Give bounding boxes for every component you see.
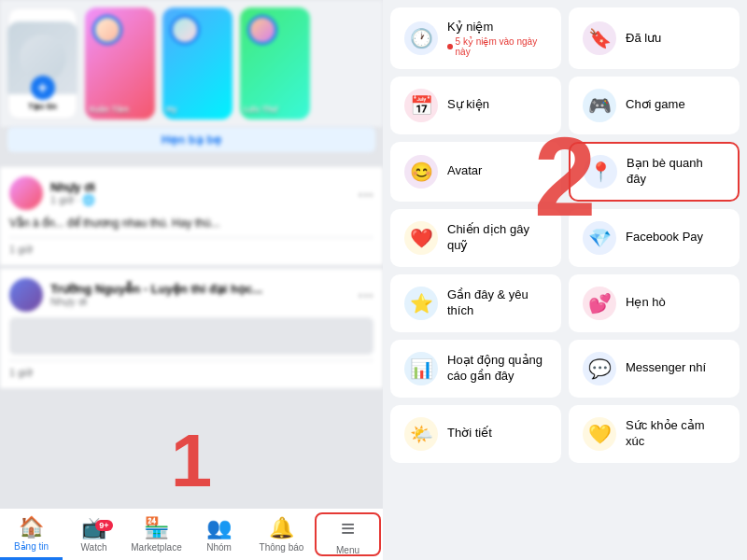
post-reactions-1: 1 giờ	[9, 237, 374, 256]
story-avatar-1	[92, 15, 122, 45]
menu-icon-choi-game: 🎮	[583, 89, 616, 122]
menu-icon-suc-khoe-cam-xuc: 💛	[583, 417, 616, 451]
plus-icon: +	[31, 76, 55, 100]
post-reactions-2: 1 giờ	[9, 360, 374, 379]
menu-label-gan-day-yeu-thich: Gần đây & yêu thích	[447, 287, 547, 319]
post-user-info-2: Trường Nguyễn - Luyện thi đại học... Nhự…	[50, 282, 350, 308]
menu-label-ky-niem: Kỷ niệm	[447, 20, 547, 35]
menu-icon-hen-ho: 💕	[583, 287, 616, 320]
nav-item-marketplace[interactable]: 🏪 Marketplace	[125, 509, 188, 560]
menu-label-hoat-dong-quang-cao: Hoạt động quảng cáo gần đây	[447, 353, 547, 385]
nav-label-nhom: Nhóm	[206, 542, 232, 553]
story-card-3[interactable]: Lưu Thư	[240, 7, 310, 119]
menu-item-ky-niem[interactable]: 🕐Kỷ niệm 5 kỷ niệm vào ngày này	[390, 7, 561, 69]
story-avatar-2	[170, 15, 200, 45]
story-card-1[interactable]: Xuân Tâm	[85, 7, 155, 119]
story-name-1: Xuân Tâm	[89, 105, 151, 114]
marketplace-icon: 🏪	[144, 516, 169, 540]
story-name-3: Lưu Thư	[244, 105, 306, 114]
menu-icon-messenger-nhi: 💬	[583, 352, 616, 385]
post-more-icon-2[interactable]: ···	[358, 284, 374, 305]
menu-label-suc-khoe-cam-xuc: Sức khỏe cảm xúc	[626, 418, 726, 450]
menu-icon-facebook-pay: 💎	[583, 221, 616, 255]
feed-post-2: Trường Nguyễn - Luyện thi đại học... Nhự…	[0, 269, 383, 388]
menu-item-gan-day-yeu-thich[interactable]: ⭐Gần đây & yêu thích	[390, 274, 561, 332]
nav-label-bang-tin: Bảng tin	[14, 541, 49, 552]
nav-item-bang-tin[interactable]: 🏠 Bảng tin	[0, 509, 63, 560]
menu-item-suc-khoe-cam-xuc[interactable]: 💛Sức khỏe cảm xúc	[569, 405, 740, 463]
watch-badge: 9+	[95, 520, 112, 531]
connect-button[interactable]: Hẹn bạ bẹ	[7, 127, 375, 152]
menu-label-facebook-pay: Facebook Pay	[626, 230, 703, 245]
create-story-card[interactable]: + Tạo tin	[7, 7, 78, 119]
menu-icon-gan-day-yeu-thich: ⭐	[404, 287, 438, 320]
watch-icon-wrapper: 📺 9+	[81, 516, 106, 540]
left-panel: + Tạo tin Xuân Tâm Hy Lưu Thư Hẹn bạ bẹ	[0, 0, 383, 560]
menu-label-chien-dich-gay-quy: Chiến dịch gây quỹ	[447, 222, 547, 254]
post-username-2: Trường Nguyễn - Luyện thi đại học...	[50, 282, 350, 296]
bell-icon: 🔔	[269, 516, 294, 540]
bottom-nav: 🏠 Bảng tin 📺 9+ Watch 🏪 Marketplace 👥 Nh…	[0, 508, 383, 560]
menu-label-thoi-tiet: Thời tiết	[447, 426, 492, 441]
post-content-1: Vẫn à ổn... để thương nhau thú. Hay thú.…	[9, 216, 374, 231]
reaction-time-1: 1 giờ	[9, 244, 33, 255]
nav-item-thong-bao[interactable]: 🔔 Thông báo	[250, 509, 313, 560]
post-user-info-1: Nhựy ơi 1 giờ · 🌐	[50, 180, 350, 206]
menu-icon-hoat-dong-quang-cao: 📊	[404, 352, 438, 385]
post-username-1: Nhựy ơi	[50, 180, 350, 194]
stories-section: + Tạo tin Xuân Tâm Hy Lưu Thư	[0, 0, 383, 127]
feed-post-1: Nhựy ơi 1 giờ · 🌐 ··· Vẫn à ổn... để thư…	[0, 167, 383, 265]
post-time-2: Nhựy ơi	[50, 296, 350, 308]
post-more-icon-1[interactable]: ···	[358, 183, 374, 204]
menu-subtitle-ky-niem: 5 kỷ niệm vào ngày này	[447, 36, 547, 57]
menu-icon-ky-niem: 🕐	[404, 21, 438, 55]
nav-label-watch: Watch	[81, 542, 107, 553]
menu-item-thoi-tiet[interactable]: 🌤️Thời tiết	[390, 405, 561, 463]
nav-label-thong-bao: Thông báo	[260, 542, 304, 553]
nav-label-menu: Menu	[336, 545, 359, 555]
post-image-2	[9, 317, 374, 355]
menu-item-su-kien[interactable]: 📅Sự kiện	[390, 77, 561, 134]
menu-grid: 🕐Kỷ niệm 5 kỷ niệm vào ngày này🔖Đã lưu📅S…	[390, 7, 740, 463]
menu-item-ban-be-quanh-day[interactable]: 📍Bạn bè quanh đây	[569, 142, 740, 202]
menu-label-messenger-nhi: Messenger nhí	[626, 360, 706, 376]
menu-item-da-luu[interactable]: 🔖Đã lưu	[569, 7, 740, 69]
menu-icon-da-luu: 🔖	[583, 21, 616, 55]
menu-item-hen-ho[interactable]: 💕Hẹn hò	[569, 274, 740, 332]
post-avatar-2	[9, 278, 43, 312]
menu-icon-avatar: 😊	[404, 155, 438, 189]
menu-label-choi-game: Chơi game	[626, 97, 685, 113]
menu-item-hoat-dong-quang-cao[interactable]: 📊Hoạt động quảng cáo gần đây	[390, 340, 561, 398]
menu-icon-su-kien: 📅	[404, 89, 438, 122]
menu-item-facebook-pay[interactable]: 💎Facebook Pay	[569, 209, 740, 267]
home-icon: 🏠	[19, 515, 44, 539]
post-time-1: 1 giờ · 🌐	[50, 194, 350, 206]
nav-item-nhom[interactable]: 👥 Nhóm	[188, 509, 250, 560]
menu-item-chien-dich-gay-quy[interactable]: ❤️Chiến dịch gây quỹ	[390, 209, 561, 267]
menu-item-choi-game[interactable]: 🎮Chơi game	[569, 77, 740, 134]
group-icon: 👥	[206, 516, 232, 540]
feed-area: + Tạo tin Xuân Tâm Hy Lưu Thư Hẹn bạ bẹ	[0, 0, 383, 508]
right-panel: 2 🕐Kỷ niệm 5 kỷ niệm vào ngày này🔖Đã lưu…	[383, 0, 747, 560]
menu-item-messenger-nhi[interactable]: 💬Messenger nhí	[569, 340, 740, 398]
nav-item-watch[interactable]: 📺 9+ Watch	[63, 509, 125, 560]
menu-label-da-luu: Đã lưu	[626, 31, 661, 47]
story-card-2[interactable]: Hy	[162, 7, 233, 119]
create-story-top: +	[7, 21, 78, 94]
menu-label-su-kien: Sự kiện	[447, 97, 489, 113]
menu-icon: ≡	[341, 514, 355, 543]
menu-icon-chien-dich-gay-quy: ❤️	[404, 221, 438, 255]
menu-item-avatar[interactable]: 😊Avatar	[390, 142, 561, 202]
menu-label-avatar: Avatar	[447, 163, 482, 179]
story-avatar-3	[247, 15, 277, 45]
nav-label-marketplace: Marketplace	[131, 542, 181, 553]
menu-label-ban-be-quanh-day: Bạn bè quanh đây	[627, 156, 725, 188]
menu-label-hen-ho: Hẹn hò	[626, 295, 666, 311]
nav-item-menu[interactable]: ≡ Menu	[315, 512, 381, 556]
reaction-time-2: 1 giờ	[9, 367, 33, 378]
create-story-label: Tạo tin	[28, 102, 57, 111]
menu-icon-ban-be-quanh-day: 📍	[584, 155, 617, 189]
post-avatar-1	[9, 176, 43, 210]
story-name-2: Hy	[166, 105, 229, 114]
menu-icon-thoi-tiet: 🌤️	[404, 417, 438, 451]
